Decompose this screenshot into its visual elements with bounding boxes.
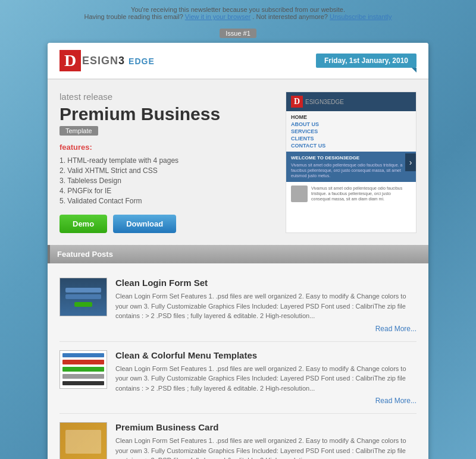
preview-body-text: Vivamus sit amet odio pellentesque odio … (311, 186, 411, 202)
view-in-browser-link[interactable]: View it in your browser (185, 13, 250, 20)
logo: D ESIGN3 EDGE (60, 50, 155, 71)
menu-bar-blue (62, 353, 104, 358)
topbar-line1: You're receiving this newsletter because… (6, 6, 470, 13)
preview-content-area: WELCOME TO DESIGN3EDGE Vivamus sit amet … (286, 152, 416, 182)
thumb-btn (74, 302, 92, 307)
preview-nav-clients[interactable]: CLIENTS (291, 135, 411, 142)
post-title-3: Premium Business Card (115, 422, 416, 432)
preview-content-body: Vivamus sit amet odio pellentesque odio … (291, 162, 411, 178)
template-badge: Template (60, 126, 98, 136)
hero-left: latest release Premium Business Template… (60, 92, 276, 233)
featured-posts-header: Featured Posts (48, 245, 428, 263)
menu-bar-red (62, 360, 104, 364)
preview-header: D ESIGN3EDGE (286, 92, 416, 111)
features-title: features: (60, 143, 276, 152)
thumb-bar-1 (65, 288, 101, 293)
header: D ESIGN3 EDGE Friday, 1st January, 2010 (48, 43, 428, 80)
feature-5: 5. Validated Contact Form (60, 197, 276, 205)
thumb-bar-2 (65, 294, 101, 299)
post-content-2: Clean & Colorful Menu Templates Clean Lo… (115, 350, 416, 405)
post-item-1: Clean Login Form Set Clean Login Form Se… (60, 269, 416, 342)
preview-content-title: WELCOME TO DESIGN3EDGE (291, 155, 411, 161)
main-container: D ESIGN3 EDGE Friday, 1st January, 2010 … (48, 43, 428, 459)
topbar-trouble-prefix: Having trouble reading this email? (84, 13, 183, 20)
topbar-mid-text: . Not interested anymore? (252, 13, 328, 20)
post-title-1: Clean Login Form Set (115, 278, 416, 288)
read-more-2[interactable]: Read More... (115, 397, 416, 405)
post-thumb-1 (60, 278, 107, 316)
post-thumb-3 (60, 422, 107, 459)
feature-1: 1. HTML-ready template with 4 pages (60, 156, 276, 165)
feature-2: 2. Valid XHTML Strict and CSS (60, 166, 276, 175)
thumb-card-inner (65, 430, 101, 454)
logo-d-letter: D (60, 50, 81, 71)
thumb-login (60, 278, 107, 316)
demo-button[interactable]: Demo (60, 215, 107, 233)
logo-edge: EDGE (129, 56, 155, 66)
post-item-2: Clean & Colorful Menu Templates Clean Lo… (60, 342, 416, 414)
hero-preview: D ESIGN3EDGE HOME ABOUT US SERVICES CLIE… (286, 92, 416, 233)
hero-section: latest release Premium Business Template… (48, 80, 428, 245)
menu-bar-gray (62, 374, 104, 379)
read-more-1[interactable]: Read More... (115, 325, 416, 333)
post-thumb-2 (60, 350, 107, 389)
preview-nav-home[interactable]: HOME (291, 114, 411, 121)
logo-3: 3 (118, 55, 125, 67)
preview-nav-services[interactable]: SERVICES (291, 128, 411, 135)
preview-logo-text: ESIGN3EDGE (305, 99, 344, 105)
thumb-menu (60, 351, 107, 388)
top-bar: You're receiving this newsletter because… (0, 0, 476, 26)
thumb-card (60, 423, 107, 459)
post-desc-2: Clean Login Form Set Features 1. .psd fi… (115, 364, 416, 394)
unsubscribe-link[interactable]: Unsubscribe instantly (330, 13, 392, 20)
preview-next-arrow[interactable]: › (405, 153, 416, 171)
preview-nav-about[interactable]: ABOUT US (291, 121, 411, 128)
topbar-line2: Having trouble reading this email? View … (6, 13, 470, 20)
feature-3: 3. Tableless Design (60, 177, 276, 185)
featured-title: Featured Posts (57, 250, 113, 259)
preview-nav-contact[interactable]: CONTACT US (291, 142, 411, 149)
post-title-2: Clean & Colorful Menu Templates (115, 350, 416, 360)
preview-avatar (291, 186, 308, 202)
hero-title: Premium Business (60, 104, 276, 124)
latest-release-label: latest release (60, 92, 276, 102)
post-desc-1: Clean Login Form Set Features 1. .psd fi… (115, 291, 416, 321)
features-list: 1. HTML-ready template with 4 pages 2. V… (60, 156, 276, 205)
preview-nav: HOME ABOUT US SERVICES CLIENTS CONTACT U… (286, 111, 416, 152)
date-badge: Friday, 1st January, 2010 (316, 54, 416, 68)
download-button[interactable]: Download (113, 215, 176, 233)
preview-body-section: Vivamus sit amet odio pellentesque odio … (286, 182, 416, 206)
menu-bar-dark (62, 381, 104, 386)
logo-esign: ESIGN (82, 55, 118, 67)
post-content-3: Premium Business Card Clean Login Form S… (115, 422, 416, 459)
post-content-1: Clean Login Form Set Clean Login Form Se… (115, 278, 416, 333)
feature-4: 4. PNGFix for IE (60, 187, 276, 195)
post-item-3: Premium Business Card Clean Login Form S… (60, 414, 416, 459)
issue-badge-row: Issue #1 (0, 26, 476, 40)
logo-text: ESIGN3 EDGE (82, 55, 155, 67)
menu-bar-green (62, 367, 104, 372)
preview-logo-d: D (291, 96, 303, 108)
issue-badge: Issue #1 (220, 29, 256, 38)
hero-buttons: Demo Download (60, 215, 276, 233)
post-desc-3: Clean Login Form Set Features 1. .psd fi… (115, 436, 416, 459)
posts-section: Clean Login Form Set Clean Login Form Se… (48, 263, 428, 459)
